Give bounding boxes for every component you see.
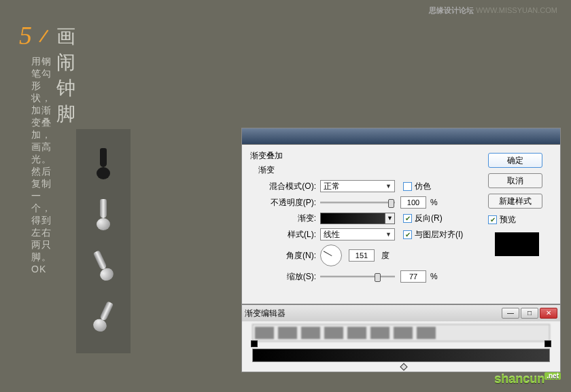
scale-slider[interactable] bbox=[320, 276, 395, 278]
preview-checkbox[interactable]: ✔ bbox=[488, 215, 497, 224]
align-checkbox[interactable]: ✔ bbox=[403, 230, 412, 239]
angle-dial[interactable] bbox=[320, 245, 342, 266]
style-dropdown[interactable]: 线性▼ bbox=[320, 228, 395, 240]
angle-label: 角度(N): bbox=[258, 250, 316, 262]
blend-mode-dropdown[interactable]: 正常▼ bbox=[320, 180, 395, 192]
ok-button[interactable]: 确定 bbox=[488, 153, 542, 168]
opacity-stop-left[interactable] bbox=[251, 340, 258, 347]
foot-stage-final bbox=[87, 298, 120, 338]
gradient-bar-editor[interactable] bbox=[252, 349, 550, 362]
gradient-bar[interactable] bbox=[252, 349, 550, 362]
gradient-presets[interactable] bbox=[252, 324, 550, 342]
preview-label: 预览 bbox=[500, 214, 516, 226]
opacity-slider[interactable] bbox=[320, 202, 395, 204]
layer-style-dialog: 渐变叠加 渐变 混合模式(O): 正常▼ 仿色 不透明度(P): 100 bbox=[241, 128, 561, 304]
angle-input[interactable]: 151 bbox=[349, 249, 375, 262]
chevron-down-icon: ▼ bbox=[385, 231, 392, 238]
new-style-button[interactable]: 新建样式 bbox=[488, 194, 542, 209]
foot-stage-highlight bbox=[87, 247, 120, 287]
foot-stage-gradient bbox=[93, 199, 114, 233]
header-watermark: 思缘设计论坛 WWW.MISSYUAN.COM bbox=[429, 5, 557, 16]
reverse-checkbox[interactable]: ✔ bbox=[403, 214, 412, 223]
step-title: 画闹钟脚 bbox=[56, 24, 77, 127]
chevron-down-icon: ▼ bbox=[385, 213, 394, 224]
slash-decoration: / bbox=[37, 26, 50, 48]
minimize-button[interactable]: — bbox=[502, 308, 519, 319]
close-button[interactable]: ✕ bbox=[540, 308, 557, 319]
gradient-editor-window: 渐变编辑器 — □ ✕ bbox=[241, 304, 561, 372]
scale-input[interactable]: 77 bbox=[400, 270, 426, 283]
scale-label: 缩放(S): bbox=[258, 271, 316, 283]
midpoint-diamond[interactable] bbox=[400, 363, 407, 370]
preview-swatch bbox=[495, 232, 539, 256]
gradient-subsection: 渐变 bbox=[258, 164, 488, 176]
shancun-watermark: shancun.net bbox=[494, 372, 561, 387]
style-label: 样式(L): bbox=[258, 229, 316, 240]
gradient-picker[interactable]: ▼ bbox=[320, 213, 395, 224]
chevron-down-icon: ▼ bbox=[385, 183, 392, 190]
foot-stage-silhouette bbox=[93, 148, 114, 182]
opacity-label: 不透明度(P): bbox=[258, 197, 316, 209]
opacity-input[interactable]: 100 bbox=[400, 196, 426, 209]
blend-mode-label: 混合模式(O): bbox=[258, 181, 316, 192]
cancel-button[interactable]: 取消 bbox=[488, 173, 542, 188]
foot-preview-panel bbox=[76, 129, 131, 353]
step-number: 5 bbox=[19, 20, 32, 50]
step-description: 用钢笔勾形状，加渐变叠加，画高光。然后复制一个，得到左右两只脚。OK bbox=[31, 56, 52, 274]
dialog-titlebar[interactable] bbox=[242, 128, 560, 145]
reverse-label: 反向(R) bbox=[415, 213, 443, 224]
maximize-button[interactable]: □ bbox=[521, 308, 538, 319]
angle-unit: 度 bbox=[381, 250, 390, 262]
opacity-stop-right[interactable] bbox=[544, 340, 551, 347]
scale-unit: % bbox=[430, 272, 438, 281]
opacity-unit: % bbox=[430, 198, 438, 207]
align-label: 与图层对齐(I) bbox=[415, 229, 463, 240]
gradient-overlay-section: 渐变叠加 bbox=[250, 150, 488, 162]
dither-checkbox[interactable] bbox=[403, 182, 412, 191]
dither-label: 仿色 bbox=[415, 181, 431, 192]
gradient-label: 渐变: bbox=[258, 213, 316, 224]
gradient-editor-title: 渐变编辑器 bbox=[245, 308, 286, 319]
